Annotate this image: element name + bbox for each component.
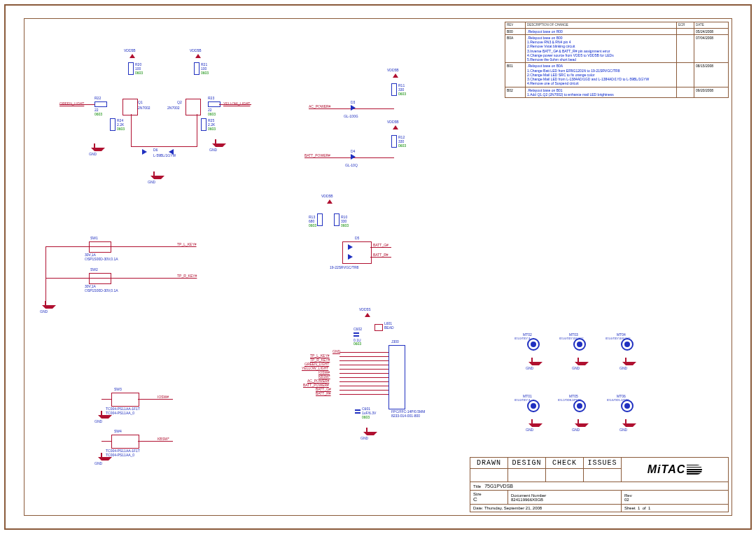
- power-rail-icon: [327, 199, 332, 204]
- wire: [340, 390, 388, 391]
- tb-rev: 02: [624, 498, 629, 502]
- wire: [370, 247, 391, 248]
- gnd-icon: [528, 419, 536, 426]
- gnd-label: GND: [526, 366, 533, 370]
- r11-pkg: 0603: [398, 92, 406, 96]
- tb-date-lbl: Date:: [473, 506, 483, 510]
- d3-val: GL-100G: [344, 114, 358, 118]
- gnd-label: GND: [620, 428, 627, 432]
- mosfet-q2: [186, 99, 201, 115]
- resistor-r11: [391, 83, 397, 96]
- sw2-mfg: OSP1S00D-30V,0.1A: [85, 288, 118, 293]
- net-batt-g: BATT_G#: [373, 243, 388, 247]
- mt-val: ID1.6/OD7.0SLD12: [559, 337, 583, 340]
- rail-vdd5s-label: VDD5S: [359, 307, 371, 311]
- r23-pkg: 0603: [208, 112, 216, 116]
- gnd-icon: [575, 358, 582, 365]
- gnd-label: GND: [620, 366, 627, 370]
- resistor-r24: [110, 118, 115, 131]
- gnd-label: GND: [209, 148, 217, 152]
- fpc-net: GND: [332, 349, 340, 353]
- wire: [46, 246, 192, 247]
- gnd-icon: [528, 358, 536, 365]
- net-green-light: GREEN_LIGHT: [59, 101, 84, 106]
- gnd-icon: [212, 139, 219, 146]
- title-block: DRAWN DESIGN CHECK ISSUES MiTAC Title 75…: [470, 457, 729, 512]
- tb-issues: ISSUES: [584, 458, 622, 469]
- q1-ref: Q1: [138, 100, 143, 104]
- net-iosw: IOSW#: [158, 395, 169, 399]
- resistor-r20: [128, 62, 134, 75]
- j300-ref: J300: [391, 339, 399, 344]
- r22-pkg: 0603: [94, 112, 102, 116]
- tb-sheet-n: 1: [638, 506, 640, 510]
- rail-vdd5b-label: VDD5B: [190, 48, 202, 52]
- cap-c601: [355, 409, 360, 414]
- led-icon: [348, 244, 353, 250]
- resistor-r22: [94, 101, 107, 107]
- gnd-icon: [98, 411, 105, 418]
- d4-val: GL-10Q: [345, 163, 358, 167]
- rev-row: B01.Relayout base on B0A 1.Change Batt L…: [505, 63, 729, 87]
- sw1-mfg: OSP1S00D-30V,0.1A: [85, 257, 118, 261]
- wire: [138, 399, 173, 400]
- rev-hdr-date: DATE: [694, 22, 729, 29]
- revision-block: REV DESCRIPTION OF CHANGE ECR DATE B00.R…: [505, 22, 729, 98]
- wire: [340, 373, 388, 374]
- r13-pkg: 0603: [309, 223, 316, 227]
- wire: [340, 381, 388, 382]
- wire: [102, 399, 111, 400]
- mt-val: ID1.0/OD7.3: [514, 337, 530, 340]
- net-tp-l: TP_L_KEY#: [177, 242, 197, 246]
- mt-val: ID1.2/OD8.2/PD02: [558, 398, 581, 402]
- resistor-r21: [194, 62, 200, 75]
- switch-sw2: [89, 273, 111, 284]
- gnd-label: GND: [526, 428, 533, 432]
- r21-pkg: 0603: [201, 71, 209, 75]
- resistor-r12: [391, 135, 397, 148]
- rev-hdr-rev: REV: [505, 22, 526, 29]
- wire: [340, 394, 388, 395]
- gnd-icon: [42, 301, 49, 308]
- tb-design: DESIGN: [508, 458, 546, 469]
- led-dual-d5: [342, 241, 372, 264]
- net-batt-r: BATT_R#: [373, 253, 388, 257]
- gnd-label: GND: [360, 436, 368, 440]
- r12-pkg: 0603: [398, 143, 406, 148]
- sw3-ref: SW3: [114, 387, 122, 391]
- d3-ref: D3: [351, 100, 355, 104]
- sw2-ref: SW2: [90, 267, 98, 272]
- gnd-label: GND: [94, 419, 102, 423]
- r22-ref: R22: [94, 96, 101, 100]
- tb-drawn: DRAWN: [470, 458, 508, 469]
- tb-title-lbl: Title: [473, 484, 481, 489]
- gnd-icon: [98, 453, 105, 460]
- rail-vdd5b-label: VDD5B: [387, 68, 399, 72]
- r23-ref: R23: [208, 96, 214, 100]
- net-yellow-light: YELLOW_LIGHT: [223, 101, 250, 106]
- q2-ref: Q2: [177, 100, 182, 104]
- wire: [59, 104, 94, 105]
- wire: [370, 257, 391, 258]
- switch-sw4: [111, 435, 139, 449]
- power-rail-icon: [130, 54, 135, 58]
- connector-j300: [388, 345, 405, 409]
- j300-pn: 8233-014-001-800: [391, 414, 420, 418]
- l601-val: BEAD: [384, 325, 394, 330]
- net-ac-power: AC_POWER#: [309, 104, 330, 108]
- power-rail-icon: [393, 73, 398, 78]
- wire: [340, 360, 388, 361]
- q1-val: 2N7002: [138, 106, 150, 110]
- rail-vdd5b-label: VDD5B: [387, 120, 399, 124]
- mosfet-q1: [122, 99, 138, 115]
- company-logo: MiTAC: [648, 463, 702, 475]
- tb-sheet-lbl: Sheet: [624, 506, 636, 510]
- gnd-icon: [575, 419, 582, 426]
- wire: [340, 377, 388, 378]
- net-batt-power: BATT_POWER#: [304, 153, 330, 157]
- fpc-net: BATT_R#: [316, 391, 331, 395]
- gnd-icon: [91, 143, 98, 150]
- wire: [197, 114, 197, 146]
- rail-vdd5b-label: VDD5B: [321, 194, 333, 198]
- d6-val: L-59BL/1GYW: [153, 153, 176, 157]
